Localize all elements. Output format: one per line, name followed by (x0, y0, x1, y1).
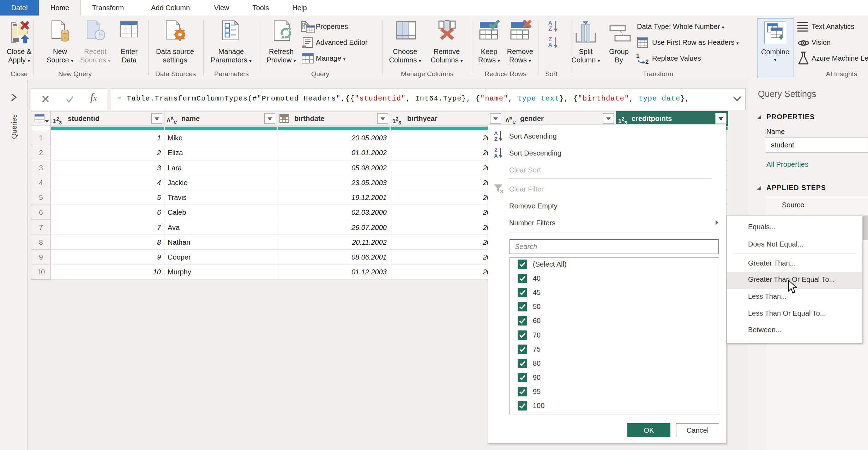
svg-text:1: 1 (636, 53, 639, 59)
svg-text:2: 2 (645, 59, 649, 65)
